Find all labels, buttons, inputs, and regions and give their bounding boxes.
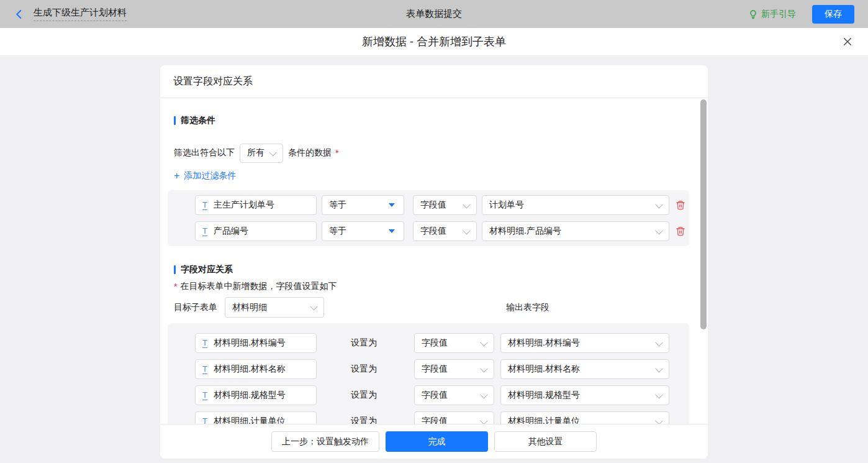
filter-field[interactable]: T 主生产计划单号 xyxy=(195,195,317,215)
mapping-row: T 材料明细.计量单位 设置为 字段值 材料明细.计量单位 xyxy=(195,411,689,424)
value-type-select[interactable]: 字段值 xyxy=(413,195,477,215)
plus-icon: + xyxy=(174,171,179,181)
chevron-down-icon xyxy=(463,200,471,208)
value-value: 计划单号 xyxy=(489,199,524,211)
value-type-value: 字段值 xyxy=(422,364,448,375)
operator-select[interactable]: 等于 xyxy=(322,221,404,241)
filter-field-label: 产品编号 xyxy=(214,226,248,237)
prev-step-button[interactable]: 上一步：设置触发动作 xyxy=(271,431,379,452)
value-type-value: 字段值 xyxy=(420,199,446,211)
target-subform-select[interactable]: 材料明细 xyxy=(225,297,324,318)
output-field-value: 材料明细.材料编号 xyxy=(508,337,580,349)
filter-field-label: 主生产计划单号 xyxy=(214,199,274,211)
mapping-field-label: 材料明细.规格型号 xyxy=(214,390,286,401)
settings-card: 设置字段对应关系 筛选条件 筛选出符合以下 所有 条件的数据 * xyxy=(160,65,708,459)
value-select[interactable]: 材料明细.产品编号 xyxy=(482,221,669,241)
output-field-select[interactable]: 材料明细.材料编号 xyxy=(500,333,669,353)
chevron-down-icon xyxy=(480,338,488,346)
card-title: 设置字段对应关系 xyxy=(160,65,708,98)
guide-link[interactable]: 新手引导 xyxy=(748,9,796,20)
value-type-select[interactable]: 字段值 xyxy=(413,221,477,241)
required-asterisk: * xyxy=(335,148,338,158)
chevron-down-icon xyxy=(310,303,318,311)
mapping-row: T 材料明细.材料名称 设置为 字段值 材料明细.材料名称 xyxy=(195,359,689,379)
add-filter-label: 添加过滤条件 xyxy=(184,170,236,181)
guide-label: 新手引导 xyxy=(761,9,796,20)
mapping-field[interactable]: T 材料明细.材料编号 xyxy=(195,333,317,353)
caret-down-icon xyxy=(389,229,395,233)
chevron-down-icon xyxy=(463,226,471,234)
mapping-row: T 材料明细.材料编号 设置为 字段值 材料明细.材料编号 xyxy=(195,333,689,353)
caret-down-icon xyxy=(389,203,395,207)
mapping-section-title: 字段对应关系 xyxy=(181,264,233,275)
dialog-body: 设置字段对应关系 筛选条件 筛选出符合以下 所有 条件的数据 * xyxy=(0,56,868,463)
value-type-select[interactable]: 字段值 xyxy=(414,359,494,379)
trash-icon xyxy=(676,226,685,236)
operator-select[interactable]: 等于 xyxy=(322,195,404,215)
mapping-field[interactable]: T 材料明细.规格型号 xyxy=(195,385,317,405)
filter-field[interactable]: T 产品编号 xyxy=(195,221,317,241)
output-field-select[interactable]: 材料明细.材料名称 xyxy=(500,359,669,379)
output-field-select[interactable]: 材料明细.规格型号 xyxy=(500,385,669,405)
value-value: 材料明细.产品编号 xyxy=(489,226,561,237)
other-settings-button[interactable]: 其他设置 xyxy=(494,431,597,452)
mapping-box: T 材料明细.材料编号 设置为 字段值 材料明细.材料编号 xyxy=(168,323,689,424)
chevron-down-icon xyxy=(655,390,663,398)
delete-condition-button[interactable] xyxy=(676,200,685,210)
flow-title[interactable]: 生成下级生产计划材料 xyxy=(34,7,127,21)
mapping-field-label: 材料明细.计量单位 xyxy=(214,416,286,424)
match-mode-value: 所有 xyxy=(247,147,264,158)
value-type-value: 字段值 xyxy=(422,337,448,349)
back-button[interactable] xyxy=(14,9,25,20)
mapping-field-label: 材料明细.材料名称 xyxy=(214,364,286,375)
scrollbar-thumb[interactable] xyxy=(700,99,707,329)
text-field-icon: T xyxy=(202,391,207,400)
mapping-section-heading: 字段对应关系 xyxy=(174,265,689,275)
mapping-row: T 材料明细.规格型号 设置为 字段值 材料明细.规格型号 xyxy=(195,385,689,405)
filter-row: T 主生产计划单号 等于 字段值 计划单号 xyxy=(195,195,689,215)
output-field-value: 材料明细.计量单位 xyxy=(508,416,580,424)
value-type-select[interactable]: 字段值 xyxy=(414,333,494,353)
chevron-down-icon xyxy=(480,364,488,372)
match-mode-select[interactable]: 所有 xyxy=(240,144,283,163)
filter-section-title: 筛选条件 xyxy=(181,115,215,126)
chevron-down-icon xyxy=(655,226,663,234)
required-asterisk: * xyxy=(174,282,177,291)
chevron-down-icon xyxy=(480,390,488,398)
output-field-value: 材料明细.规格型号 xyxy=(508,390,580,401)
filter-sentence-prefix: 筛选出符合以下 xyxy=(174,147,235,158)
filter-sentence-suffix: 条件的数据 xyxy=(288,147,332,158)
operator-value: 等于 xyxy=(329,226,346,237)
chevron-down-icon xyxy=(655,364,663,372)
text-field-icon: T xyxy=(202,227,207,236)
text-field-icon: T xyxy=(202,201,207,210)
chevron-down-icon xyxy=(655,338,663,346)
output-column-header: 输出表字段 xyxy=(506,302,549,313)
topbar-left: 生成下级生产计划材料 xyxy=(14,7,127,21)
value-type-value: 字段值 xyxy=(422,390,448,401)
set-to-label: 设置为 xyxy=(351,416,377,424)
delete-condition-button[interactable] xyxy=(676,226,685,236)
value-type-value: 字段值 xyxy=(420,226,446,237)
value-type-select[interactable]: 字段值 xyxy=(414,385,494,405)
topbar-right: 新手引导 保存 xyxy=(748,5,854,24)
add-filter-link[interactable]: + 添加过滤条件 xyxy=(174,170,236,181)
close-icon xyxy=(842,36,853,47)
value-type-select[interactable]: 字段值 xyxy=(414,411,494,424)
chevron-down-icon xyxy=(480,416,488,424)
text-field-icon: T xyxy=(202,365,207,374)
output-field-select[interactable]: 材料明细.计量单位 xyxy=(500,411,669,424)
screen: 生成下级生产计划材料 表单数据提交 新手引导 保存 新增数据 - 合并新增到子表… xyxy=(0,0,868,463)
target-subform-value: 材料明细 xyxy=(232,302,267,313)
close-button[interactable] xyxy=(842,36,853,47)
dialog-title: 新增数据 - 合并新增到子表单 xyxy=(362,34,506,49)
target-subform-row: 目标子表单 材料明细 输出表字段 xyxy=(174,297,689,318)
topbar-title: 表单数据提交 xyxy=(0,8,868,20)
value-select[interactable]: 计划单号 xyxy=(482,195,669,215)
target-subform-label: 目标子表单 xyxy=(174,302,217,313)
mapping-field[interactable]: T 材料明细.计量单位 xyxy=(195,411,317,424)
mapping-field[interactable]: T 材料明细.材料名称 xyxy=(195,359,317,379)
set-to-label: 设置为 xyxy=(351,337,377,349)
save-button[interactable]: 保存 xyxy=(812,5,854,24)
done-button[interactable]: 完成 xyxy=(386,431,488,452)
